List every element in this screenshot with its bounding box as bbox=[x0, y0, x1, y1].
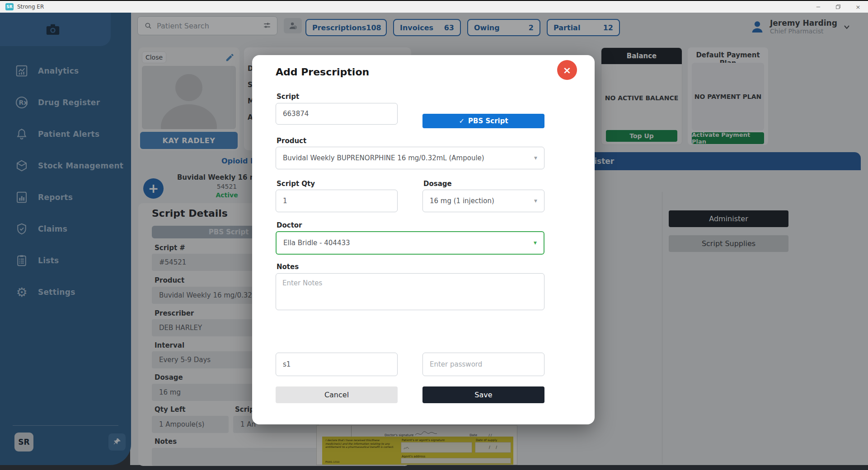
window-title: Strong ER bbox=[17, 4, 44, 10]
doctor-label: Doctor bbox=[277, 221, 302, 229]
check-icon: ✓ bbox=[459, 117, 464, 125]
doctor-select[interactable]: Ella Bridle - 404433 ▼ bbox=[276, 231, 544, 255]
product-label: Product bbox=[277, 137, 306, 145]
caret-down-icon: ▼ bbox=[534, 241, 537, 245]
modal-close-button[interactable]: × bbox=[557, 60, 577, 80]
pbs-script-button[interactable]: ✓ PBS Script bbox=[422, 114, 544, 128]
app-window: SR Strong ER ─ × Analytics Rx Drug Regis… bbox=[0, 0, 868, 470]
app-logo-icon: SR bbox=[5, 3, 14, 10]
product-select-value: Buvidal Weekly BUPRENORPHINE 16 mg/0.32m… bbox=[283, 154, 484, 162]
title-bar: SR Strong ER ─ × bbox=[0, 0, 868, 13]
doctor-select-value: Ella Bridle - 404433 bbox=[283, 239, 350, 247]
close-icon: × bbox=[563, 65, 571, 76]
minimize-button[interactable]: ─ bbox=[808, 1, 828, 13]
password-input[interactable] bbox=[422, 353, 544, 376]
script-label: Script bbox=[277, 93, 299, 101]
initials-input[interactable] bbox=[276, 353, 398, 376]
modal-title: Add Prescription bbox=[276, 66, 369, 78]
notes-label: Notes bbox=[277, 263, 299, 271]
notes-textarea[interactable] bbox=[276, 273, 544, 310]
caret-down-icon: ▼ bbox=[534, 199, 537, 203]
caret-down-icon: ▼ bbox=[534, 156, 537, 160]
dosage-select-value: 16 mg (1 injection) bbox=[430, 197, 494, 205]
dosage-select[interactable]: 16 mg (1 injection) ▼ bbox=[422, 190, 544, 212]
dosage-label: Dosage bbox=[423, 180, 452, 188]
script-qty-label: Script Qty bbox=[277, 180, 315, 188]
restore-icon bbox=[835, 4, 841, 10]
maximize-button[interactable] bbox=[828, 1, 848, 13]
close-window-button[interactable]: × bbox=[848, 1, 868, 13]
script-number-input[interactable] bbox=[276, 103, 398, 125]
pbs-script-button-label: PBS Script bbox=[468, 117, 508, 125]
cancel-button[interactable]: Cancel bbox=[276, 386, 398, 403]
script-qty-input[interactable] bbox=[276, 190, 398, 212]
add-prescription-modal: Add Prescription × Script ✓ PBS Script P… bbox=[252, 55, 595, 424]
product-select[interactable]: Buvidal Weekly BUPRENORPHINE 16 mg/0.32m… bbox=[276, 147, 544, 169]
save-button[interactable]: Save bbox=[422, 386, 544, 403]
